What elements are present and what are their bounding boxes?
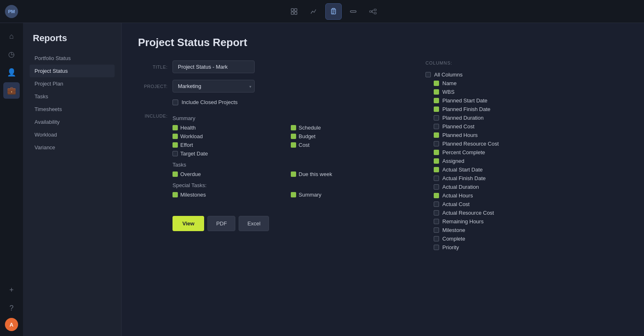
col-planned-duration[interactable]: Planned Duration <box>434 114 547 122</box>
overdue-label: Overdue <box>180 171 201 177</box>
nav-add[interactable]: + <box>3 282 20 298</box>
sidebar-item-timesheets[interactable]: Timesheets <box>30 103 115 116</box>
due-this-week-label: Due this week <box>299 171 332 177</box>
icon-bar-nav: ⌂ ◷ 👤 💼 <box>3 23 20 282</box>
sidebar-item-workload[interactable]: Workload <box>30 128 115 141</box>
columns-scroll[interactable]: All Columns Name WBS Planned Start Date <box>426 70 549 252</box>
workload-checkbox-icon <box>172 134 178 139</box>
col-planned-finish-checkbox <box>434 107 439 112</box>
col-actual-hours-checkbox <box>434 193 439 198</box>
project-field-row: PROJECT: Marketing Development Design Sa… <box>138 80 401 93</box>
sidebar-item-tasks[interactable]: Tasks <box>30 90 115 103</box>
page-title: Project Status Report <box>138 36 628 49</box>
col-percent-complete[interactable]: Percent Complete <box>434 148 547 157</box>
check-overdue[interactable]: Overdue <box>172 171 283 177</box>
health-checkbox-icon <box>172 125 178 130</box>
icon-bar-bottom: + ? A <box>3 282 20 336</box>
effort-checkbox-icon <box>172 142 178 148</box>
summary-header: Summary <box>172 115 401 121</box>
col-actual-finish[interactable]: Actual Finish Date <box>434 174 547 183</box>
col-name-label: Name <box>442 80 457 86</box>
col-name[interactable]: Name <box>434 79 547 88</box>
target-date-label: Target Date <box>180 151 208 157</box>
view-button[interactable]: View <box>172 216 204 231</box>
col-actual-cost[interactable]: Actual Cost <box>434 200 547 209</box>
sidebar-item-availability[interactable]: Availability <box>30 116 115 128</box>
check-schedule[interactable]: Schedule <box>291 125 401 131</box>
col-assigned-checkbox <box>434 158 439 164</box>
col-planned-resource-cost-label: Planned Resource Cost <box>442 141 499 147</box>
project-select[interactable]: Marketing Development Design Sales <box>172 80 255 93</box>
excel-button[interactable]: Excel <box>239 216 269 231</box>
col-planned-finish[interactable]: Planned Finish Date <box>434 105 547 114</box>
col-actual-duration[interactable]: Actual Duration <box>434 183 547 191</box>
col-percent-complete-label: Percent Complete <box>442 149 485 155</box>
user-avatar[interactable]: A <box>5 318 18 331</box>
check-due-this-week[interactable]: Due this week <box>291 171 401 177</box>
include-closed-checkbox[interactable] <box>172 100 178 105</box>
check-target-date[interactable]: Target Date <box>172 151 283 157</box>
col-planned-resource-cost[interactable]: Planned Resource Cost <box>434 139 547 148</box>
col-wbs-label: WBS <box>442 89 455 95</box>
col-actual-resource-cost[interactable]: Actual Resource Cost <box>434 209 547 217</box>
toolbar-search[interactable] <box>286 3 302 20</box>
budget-checkbox-icon <box>291 134 296 139</box>
col-assigned[interactable]: Assigned <box>434 157 547 165</box>
check-cost[interactable]: Cost <box>291 142 401 148</box>
col-remaining-hours-label: Remaining Hours <box>442 218 483 225</box>
col-wbs[interactable]: WBS <box>434 88 547 96</box>
summary-checkbox-icon <box>291 192 296 197</box>
nav-home[interactable]: ⌂ <box>3 28 20 44</box>
col-planned-hours[interactable]: Planned Hours <box>434 131 547 139</box>
milestones-label: Milestones <box>180 192 206 198</box>
title-input[interactable] <box>172 60 255 73</box>
pdf-button[interactable]: PDF <box>207 216 235 231</box>
include-closed-label: Include Closed Projects <box>182 99 238 105</box>
toolbar-clipboard[interactable] <box>325 3 342 20</box>
form-left: TITLE: PROJECT: Marketing Development De… <box>138 60 401 252</box>
sidebar-item-project-status[interactable]: Project Status <box>30 65 115 77</box>
app-logo[interactable]: PM <box>0 0 23 23</box>
top-toolbar <box>23 0 644 23</box>
check-effort[interactable]: Effort <box>172 142 283 148</box>
col-actual-duration-label: Actual Duration <box>442 184 479 190</box>
toolbar-branch[interactable] <box>365 3 381 20</box>
project-select-wrapper: Marketing Development Design Sales ▾ <box>172 80 255 93</box>
col-all-columns[interactable]: All Columns <box>426 70 547 79</box>
col-actual-hours[interactable]: Actual Hours <box>434 191 547 200</box>
nav-clock[interactable]: ◷ <box>3 46 20 63</box>
check-milestones[interactable]: Milestones <box>172 192 283 198</box>
nav-users[interactable]: 👤 <box>3 64 20 81</box>
col-priority[interactable]: Priority <box>434 243 547 252</box>
col-complete-checkbox <box>434 236 439 241</box>
button-row: View PDF Excel <box>172 216 401 231</box>
svg-rect-9 <box>350 11 356 12</box>
svg-rect-3 <box>294 12 297 14</box>
col-name-checkbox <box>434 81 439 86</box>
svg-rect-2 <box>291 12 294 14</box>
col-planned-start[interactable]: Planned Start Date <box>434 96 547 105</box>
col-planned-cost[interactable]: Planned Cost <box>434 122 547 131</box>
sidebar-item-variance[interactable]: Variance <box>30 141 115 154</box>
nav-help[interactable]: ? <box>3 300 20 316</box>
check-budget[interactable]: Budget <box>291 133 401 139</box>
col-planned-resource-cost-checkbox <box>434 141 439 146</box>
icon-bar: PM ⌂ ◷ 👤 💼 + ? A <box>0 0 23 336</box>
check-workload[interactable]: Workload <box>172 133 283 139</box>
sidebar-item-project-plan[interactable]: Project Plan <box>30 77 115 90</box>
nav-briefcase[interactable]: 💼 <box>3 82 20 99</box>
col-milestone-label: Milestone <box>442 227 465 233</box>
sidebar-item-portfolio-status[interactable]: Portfolio Status <box>30 52 115 65</box>
col-milestone[interactable]: Milestone <box>434 226 547 234</box>
check-health[interactable]: Health <box>172 125 283 131</box>
toolbar-link[interactable] <box>345 3 361 20</box>
col-remaining-hours[interactable]: Remaining Hours <box>434 217 547 226</box>
col-actual-finish-label: Actual Finish Date <box>442 175 486 181</box>
svg-line-13 <box>372 10 373 12</box>
columns-section: COLUMNS: All Columns Name WBS <box>426 60 549 252</box>
col-complete[interactable]: Complete <box>434 234 547 243</box>
toolbar-chart[interactable] <box>306 3 322 20</box>
col-assigned-label: Assigned <box>442 158 464 164</box>
check-summary[interactable]: Summary <box>291 192 401 198</box>
col-actual-start[interactable]: Actual Start Date <box>434 165 547 174</box>
